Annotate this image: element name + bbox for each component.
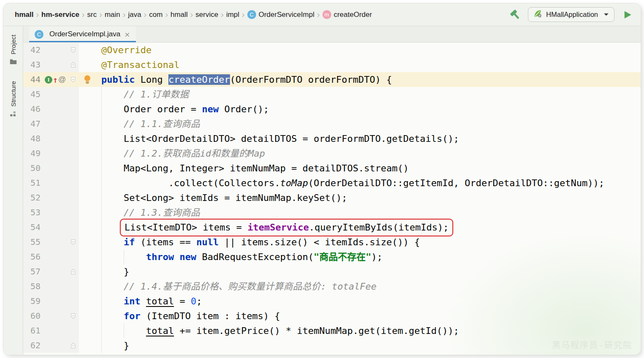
code-line-46[interactable]: 46 Order order = new Order(); (23, 102, 641, 117)
tab-orderserviceimpl[interactable]: C OrderServiceImpl.java × (29, 26, 136, 42)
code-line-49[interactable]: 49 // 1.2.获取商品id和数量的Map (23, 146, 641, 161)
breadcrumb-separator: › (190, 10, 194, 19)
code-line-61[interactable]: 61 total += item.getPrice() * itemNumMap… (23, 323, 641, 338)
breadcrumb-item-hm-service[interactable]: hm-service (39, 9, 81, 20)
build-hammer-icon[interactable] (509, 8, 521, 21)
class-icon: C (35, 30, 43, 39)
code-line-42[interactable]: 42 @Override (23, 43, 641, 57)
code-line-53[interactable]: 53 // 1.3.查询商品 (23, 205, 641, 220)
run-button[interactable] (621, 8, 634, 21)
breadcrumb-item-src[interactable]: src (85, 9, 99, 20)
fold-marker-icon[interactable] (67, 235, 79, 250)
gutter-icons (43, 146, 67, 161)
breadcrumb-item-main[interactable]: main (103, 9, 122, 20)
code-text: Order order = new Order(); (79, 102, 641, 117)
breadcrumb-separator: › (241, 10, 245, 19)
code-line-52[interactable]: 52 Set<Long> itemIds = itemNumMap.keySet… (23, 190, 641, 205)
code-text: // 1.2.获取商品id和数量的Map (79, 146, 641, 161)
fold-marker-icon[interactable] (67, 264, 79, 279)
code-line-48[interactable]: 48 List<OrderDetailDTO> detailDTOS = ord… (23, 131, 641, 146)
toolwindow-strip: ProjectStructure (3, 26, 23, 355)
fold-column (67, 190, 79, 205)
gutter-icons (43, 250, 67, 264)
code-text: for (ItemDTO item : items) { (79, 309, 641, 323)
code-text: Map<Long, Integer> itemNumMap = detailDT… (79, 161, 641, 176)
annotation-at-icon[interactable]: @ (58, 72, 66, 87)
fold-column (67, 250, 79, 264)
fold-column (67, 176, 79, 190)
line-number: 56 (23, 250, 43, 264)
breadcrumb-separator: › (317, 10, 320, 19)
code-text: throw new BadRequestException("商品不存在"); (79, 250, 641, 264)
intention-lightbulb-icon[interactable] (83, 75, 92, 84)
method-icon: m (322, 10, 331, 19)
fold-column (67, 294, 79, 309)
line-number: 61 (23, 323, 43, 338)
fold-marker-icon[interactable] (67, 57, 79, 72)
sidebar-item-structure[interactable]: Structure (9, 81, 17, 118)
override-arrow-icon[interactable]: ↑ (53, 76, 58, 84)
fold-marker-icon[interactable] (67, 72, 79, 87)
code-text: int total = 0; (79, 294, 641, 309)
code-line-60[interactable]: 60 for (ItemDTO item : items) { (23, 309, 641, 323)
fold-marker-icon[interactable] (67, 338, 79, 353)
code-line-44[interactable]: 44I↑@ public Long createOrder(OrderFormD… (23, 72, 641, 87)
line-number: 62 (23, 338, 43, 353)
breadcrumb-item-service[interactable]: service (193, 9, 220, 20)
code-line-45[interactable]: 45 // 1.订单数据 (23, 87, 641, 102)
code-text: // 1.3.查询商品 (79, 205, 641, 220)
fold-column (67, 220, 79, 235)
code-line-58[interactable]: 58 // 1.4.基于商品价格、购买数量计算商品总价: totalFee (23, 279, 641, 294)
gutter-icons (43, 176, 67, 190)
fold-column (67, 205, 79, 220)
code-text: // 1.1.查询商品 (79, 117, 641, 131)
code-line-59[interactable]: 59 int total = 0; (23, 294, 641, 309)
fold-marker-icon[interactable] (67, 309, 79, 323)
code-line-47[interactable]: 47 // 1.1.查询商品 (23, 117, 641, 131)
gutter-icons (43, 131, 67, 146)
code-line-51[interactable]: 51 .collect(Collectors.toMap(OrderDetail… (23, 176, 641, 190)
line-number: 43 (23, 57, 43, 72)
line-number: 58 (23, 279, 43, 294)
breadcrumb-item-orderserviceimpl[interactable]: COrderServiceImpl (245, 9, 317, 20)
gutter-icons (43, 294, 67, 309)
breadcrumb-item-com[interactable]: com (147, 9, 165, 20)
line-number: 51 (23, 176, 43, 190)
code-line-50[interactable]: 50 Map<Long, Integer> itemNumMap = detai… (23, 161, 641, 176)
folder-icon (9, 58, 17, 66)
chevron-down-icon (603, 13, 609, 16)
code-editor[interactable]: 黑马程序员-研究院 42 @Override43 @Transactional4… (23, 43, 641, 355)
code-line-43[interactable]: 43 @Transactional (23, 57, 641, 72)
fold-column (67, 87, 79, 102)
sidebar-item-project[interactable]: Project (9, 35, 17, 66)
gutter-icons (43, 323, 67, 338)
line-number: 54 (23, 220, 43, 235)
gutter-icons (43, 338, 67, 353)
code-text: public Long createOrder(OrderFormDTO ord… (79, 72, 641, 87)
breadcrumb-separator: › (220, 10, 224, 19)
breadcrumb-separator: › (81, 10, 85, 19)
breadcrumb-item-impl[interactable]: impl (224, 9, 241, 20)
breadcrumb-item-createorder[interactable]: mcreateOrder (320, 9, 374, 20)
fold-marker-icon[interactable] (67, 43, 79, 57)
close-icon[interactable]: × (124, 30, 130, 39)
breadcrumb-item-hmall[interactable]: hmall (13, 9, 35, 20)
code-line-56[interactable]: 56 throw new BadRequestException("商品不存在"… (23, 250, 641, 264)
breadcrumb: hmall›hm-service›src›main›java›com›hmall… (13, 9, 509, 20)
run-configuration-select[interactable]: HMallApplication (528, 7, 614, 22)
code-line-54[interactable]: 54 List<ItemDTO> items = itemService.que… (23, 220, 641, 235)
breadcrumb-item-java[interactable]: java (126, 9, 143, 20)
line-number: 53 (23, 205, 43, 220)
code-line-57[interactable]: 57 } (23, 264, 641, 279)
line-number: 55 (23, 235, 43, 250)
line-number: 47 (23, 117, 43, 131)
sidebar-item-label: Project (10, 35, 17, 54)
breadcrumb-item-hmall[interactable]: hmall (168, 9, 190, 20)
gutter-icons (43, 235, 67, 250)
code-line-62[interactable]: 62 } (23, 338, 641, 353)
implementing-marker-icon[interactable]: I (45, 76, 52, 84)
line-number: 48 (23, 131, 43, 146)
code-line-55[interactable]: 55 if (items == null || items.size() < i… (23, 235, 641, 250)
sidebar-item-label: Structure (10, 81, 17, 107)
gutter-icons (43, 205, 67, 220)
